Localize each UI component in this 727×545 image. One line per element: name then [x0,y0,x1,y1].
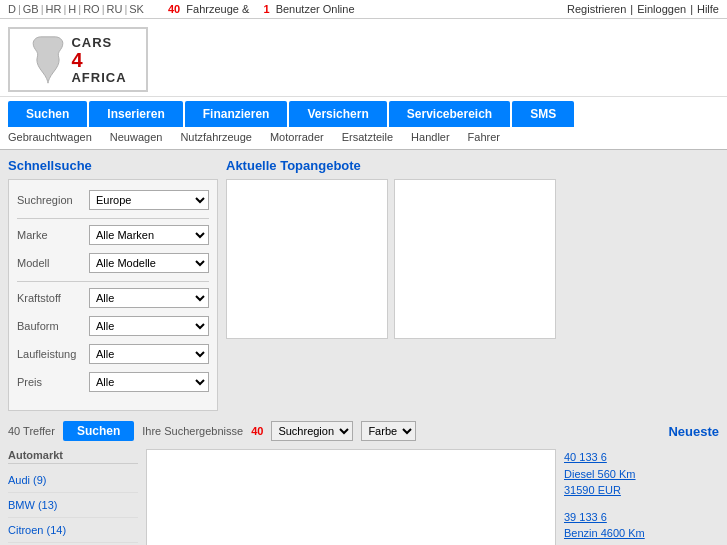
neueste-item-2: 39 133 6 Benzin 4600 Km 28560 EUR [564,509,719,546]
topangebote-panel: Aktuelle Topangebote [226,158,556,411]
neueste-link-1-line2[interactable]: Diesel 560 Km [564,466,719,483]
bauform-select[interactable]: Alle [89,316,209,336]
lang-ro[interactable]: RO [83,3,100,15]
marke-select[interactable]: Alle Marken Audi BMW [89,225,209,245]
topangebote-boxes [226,179,556,339]
neueste-link-2-line1[interactable]: 39 133 6 [564,509,719,526]
marke-row: Marke Alle Marken Audi BMW [17,225,209,245]
tab-inserieren[interactable]: Inserieren [89,101,182,127]
neueste-item-1: 40 133 6 Diesel 560 Km 31590 EUR [564,449,719,499]
topangebote-title: Aktuelle Topangebote [226,158,556,173]
automarkt-title: Automarkt [8,449,138,464]
automarkt-bmw[interactable]: BMW (13) [8,493,138,518]
neueste-link-2-line3[interactable]: 28560 EUR [564,542,719,546]
africa-map-icon [29,35,67,85]
sep1: | [18,3,21,15]
subnav-gebrauchtwagen[interactable]: Gebrauchtwagen [8,131,92,143]
language-links: D | GB | HR | H | RO | RU | SK [8,3,144,15]
treffer-count: 40 Treffer [8,425,55,437]
laufleistung-select[interactable]: Alle [89,344,209,364]
sep6: | [124,3,127,15]
lang-h[interactable]: H [68,3,76,15]
subnav-ersatzteile[interactable]: Ersatzteile [342,131,393,143]
tab-finanzieren[interactable]: Finanzieren [185,101,288,127]
modell-select[interactable]: Alle Modelle [89,253,209,273]
kraftstoff-select[interactable]: Alle Benzin Diesel [89,288,209,308]
lang-hr[interactable]: HR [46,3,62,15]
kraftstoff-row: Kraftstoff Alle Benzin Diesel [17,288,209,308]
kraftstoff-label: Kraftstoff [17,292,89,304]
results-list [146,449,556,545]
top-bar: D | GB | HR | H | RO | RU | SK 40 Fahrze… [0,0,727,19]
suchregion-filter-select[interactable]: Suchregion [271,421,353,441]
suchregion-label: Suchregion [17,194,89,206]
neueste-title-right: Neueste [668,424,719,439]
lang-d[interactable]: D [8,3,16,15]
tab-versichern[interactable]: Versichern [289,101,386,127]
sep2: | [41,3,44,15]
schnellsuche-form: Suchregion Europe Africa Asia Marke Alle… [8,179,218,411]
header: CARS 4 AFRICA [0,19,727,97]
benutzer-label: Benutzer Online [273,3,355,15]
einloggen-link[interactable]: Einloggen [637,3,686,15]
hilfe-link[interactable]: Hilfe [697,3,719,15]
auth-links: Registrieren | Einloggen | Hilfe [567,3,719,15]
marke-label: Marke [17,229,89,241]
bottom-content: Automarkt Audi (9) BMW (13) Citroen (14)… [0,449,727,545]
neueste-link-2-line2[interactable]: Benzin 4600 Km [564,525,719,542]
bauform-row: Bauform Alle [17,316,209,336]
schnellsuche-title: Schnellsuche [8,158,218,173]
automarkt-panel: Automarkt Audi (9) BMW (13) Citroen (14)… [8,449,138,545]
tab-suchen[interactable]: Suchen [8,101,87,127]
suchregion-row: Suchregion Europe Africa Asia [17,190,209,210]
sep5: | [102,3,105,15]
neueste-link-1-line1[interactable]: 40 133 6 [564,449,719,466]
results-label: Ihre Suchergebnisse [142,425,243,437]
topangebote-box-2 [394,179,556,339]
preis-label: Preis [17,376,89,388]
laufleistung-row: Laufleistung Alle [17,344,209,364]
subnav-handler[interactable]: Handler [411,131,450,143]
sep3: | [63,3,66,15]
sub-nav: Gebrauchtwagen Neuwagen Nutzfahrzeuge Mo… [0,127,727,150]
automarkt-citroen[interactable]: Citroen (14) [8,518,138,543]
modell-row: Modell Alle Modelle [17,253,209,273]
topangebote-box-1 [226,179,388,339]
farbe-filter-select[interactable]: Farbe [361,421,416,441]
nav-tabs: Suchen Inserieren Finanzieren Versichern… [0,97,727,127]
neueste-panel-top [564,158,719,411]
tab-servicebereich[interactable]: Servicebereich [389,101,510,127]
fahrzeuge-label: Fahrzeuge & [183,3,249,15]
vehicle-count: 40 [168,3,180,15]
subnav-motorrader[interactable]: Motorrader [270,131,324,143]
logo-text-block: CARS 4 AFRICA [71,35,126,85]
sep4: | [78,3,81,15]
schnellsuche-panel: Schnellsuche Suchregion Europe Africa As… [8,158,218,411]
bauform-label: Bauform [17,320,89,332]
subnav-fahrer[interactable]: Fahrer [468,131,500,143]
lang-sk[interactable]: SK [129,3,144,15]
preis-select[interactable]: Alle [89,372,209,392]
neueste-link-1-line3[interactable]: 31590 EUR [564,482,719,499]
laufleistung-label: Laufleistung [17,348,89,360]
lang-gb[interactable]: GB [23,3,39,15]
search-button[interactable]: Suchen [63,421,134,441]
automarkt-audi[interactable]: Audi (9) [8,468,138,493]
subnav-neuwagen[interactable]: Neuwagen [110,131,163,143]
suchregion-select[interactable]: Europe Africa Asia [89,190,209,210]
registrieren-link[interactable]: Registrieren [567,3,626,15]
content-area: Schnellsuche Suchregion Europe Africa As… [0,150,727,419]
neueste-panel: 40 133 6 Diesel 560 Km 31590 EUR 39 133 … [564,449,719,545]
lang-ru[interactable]: RU [107,3,123,15]
results-count: 40 [251,425,263,437]
tab-sms[interactable]: SMS [512,101,574,127]
logo: CARS 4 AFRICA [8,27,148,92]
user-count: 1 [260,3,269,15]
modell-label: Modell [17,257,89,269]
preis-row: Preis Alle [17,372,209,392]
results-bar: 40 Treffer Suchen Ihre Suchergebnisse 40… [0,419,727,445]
subnav-nutzfahrzeuge[interactable]: Nutzfahrzeuge [180,131,252,143]
